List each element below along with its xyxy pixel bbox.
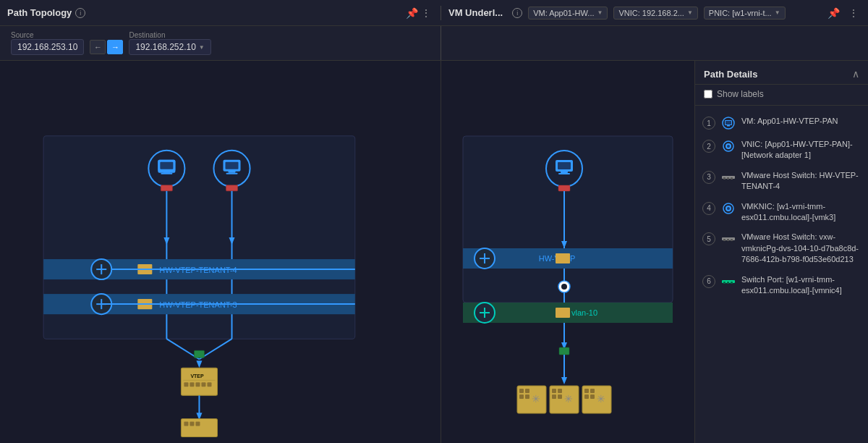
path-item-1-text: VM: App01-HW-VTEP-PAN (741, 116, 861, 127)
svg-rect-77 (559, 347, 569, 355)
banner1-label: HW-VTEP-TENANT-4 (159, 266, 237, 274)
path-item-6: 6 Switch Port: [w1-vrni-tmm-esx011.cmbu.… (695, 270, 868, 301)
more-icon-left[interactable]: ⋮ (419, 6, 433, 20)
svg-rect-16 (161, 185, 172, 191)
right-topology-svg: HW-VTEP vlan-10 (441, 61, 694, 443)
svg-point-67 (561, 284, 567, 290)
svg-rect-118 (727, 282, 729, 284)
banner2-label: HW-VTEP-TENANT-3 (159, 300, 237, 309)
svg-rect-55 (558, 162, 571, 169)
nav-back-btn[interactable]: ← (90, 40, 106, 54)
svg-rect-96 (590, 395, 595, 399)
source-dest-bar: Source 192.168.253.10 ← → Destination 19… (0, 26, 441, 60)
top-bar: Path Topology i 📌 ⋮ VM Underl... i VM: A… (0, 0, 868, 26)
dest-group: Destination 192.168.252.10 ▼ (129, 31, 210, 55)
vm-underlay-info-icon[interactable]: i (512, 8, 522, 18)
pnic-dropdown[interactable]: PNIC: [w1-vrni-t... ▼ (704, 7, 786, 20)
path-item-5-num: 5 (702, 232, 715, 245)
vm-dropdown-chevron: ▼ (597, 9, 603, 16)
svg-rect-113 (723, 239, 726, 241)
svg-rect-81 (519, 389, 524, 393)
svg-rect-84 (525, 395, 529, 399)
svg-rect-115 (731, 239, 733, 241)
svg-rect-56 (561, 171, 568, 173)
pin-icon-right[interactable]: 📌 (826, 6, 841, 20)
path-item-2-text: VNIC: [App01-HW-VTEP-PAN]-[Network adapt… (741, 139, 861, 161)
svg-rect-94 (590, 389, 595, 393)
path-item-4-text: VMKNIC: [w1-vrni-tmm-esx011.cmbu.local]-… (741, 201, 861, 224)
path-item-4-num: 4 (702, 202, 715, 215)
path-topology-title: Path Topology (7, 7, 72, 18)
nav-buttons: ← → (90, 40, 123, 54)
path-item-2: 2 VNIC: [App01-HW-VTEP-PAN]-[Network ada… (695, 135, 868, 166)
path-item-3-icon (721, 170, 736, 185)
svg-rect-42 (190, 382, 194, 387)
dest-chevron: ▼ (199, 44, 205, 51)
right-header-space (441, 26, 868, 60)
vm-dropdown[interactable]: VM: App01-HW... ▼ (528, 7, 608, 20)
svg-rect-44 (201, 382, 205, 387)
path-item-2-num: 2 (702, 140, 715, 153)
path-item-6-num: 6 (702, 275, 715, 288)
show-labels-checkbox[interactable] (704, 90, 712, 98)
right-topology-canvas: HW-VTEP vlan-10 (441, 61, 694, 443)
svg-rect-82 (525, 389, 529, 393)
source-group: Source 192.168.253.10 (11, 31, 84, 55)
svg-rect-38 (181, 368, 217, 395)
svg-point-104 (727, 145, 730, 148)
vnic-dropdown[interactable]: VNIC: 192.168.2... ▼ (613, 7, 697, 20)
vm-underlay-title: VM Underl... (448, 7, 503, 18)
path-item-3-num: 3 (702, 171, 715, 184)
path-details-panel: Path Details ∧ Show labels 1 (694, 61, 868, 443)
svg-rect-51 (195, 421, 200, 426)
show-labels-label: Show labels (717, 89, 764, 99)
svg-text:✳: ✳ (564, 393, 573, 405)
path-item-5-icon (721, 232, 736, 246)
svg-rect-90 (558, 395, 562, 399)
svg-rect-88 (558, 389, 562, 393)
vnic-dropdown-chevron: ▼ (687, 9, 693, 16)
svg-marker-37 (196, 360, 202, 368)
svg-rect-57 (558, 173, 570, 174)
path-details-header: Path Details ∧ (695, 61, 868, 85)
svg-text:✳: ✳ (532, 393, 540, 405)
left-panel-header: Path Topology i 📌 ⋮ (0, 6, 441, 20)
svg-rect-49 (184, 421, 188, 426)
svg-rect-8 (160, 162, 173, 169)
more-icon-right[interactable]: ⋮ (846, 6, 861, 20)
svg-rect-14 (229, 171, 236, 173)
svg-rect-10 (161, 173, 172, 174)
path-item-3-text: VMware Host Switch: HW-VTEP-TENANT-4 (741, 170, 861, 193)
svg-rect-119 (731, 282, 733, 284)
svg-rect-87 (552, 389, 556, 393)
svg-rect-48 (181, 418, 217, 436)
svg-rect-89 (552, 395, 556, 399)
path-item-4-icon (721, 201, 736, 216)
svg-rect-45 (207, 382, 211, 387)
path-details-title: Path Details (704, 69, 852, 80)
svg-rect-114 (727, 239, 729, 241)
path-item-2-icon (721, 139, 736, 153)
pin-icon-left[interactable]: 📌 (404, 6, 419, 20)
svg-text:VTEP: VTEP (190, 374, 204, 379)
svg-rect-117 (723, 282, 726, 284)
path-item-4: 4 VMKNIC: [w1-vrni-tmm-esx011.cmbu.local… (695, 197, 868, 228)
svg-rect-106 (723, 177, 726, 180)
collapse-btn[interactable]: ∧ (852, 68, 859, 80)
path-topology-info-icon[interactable]: i (75, 8, 85, 18)
svg-rect-95 (584, 395, 589, 399)
svg-rect-83 (519, 395, 524, 399)
pnic-dropdown-chevron: ▼ (775, 9, 780, 16)
svg-rect-100 (726, 121, 731, 125)
show-labels-row: Show labels (695, 85, 868, 106)
right-panel-header: VM Underl... i VM: App01-HW... ▼ VNIC: 1… (441, 6, 868, 20)
svg-rect-71 (556, 308, 570, 318)
nav-fwd-btn[interactable]: → (107, 40, 123, 54)
svg-rect-58 (558, 185, 570, 191)
path-item-5: 5 VMware Host Switch: vxw-vmknicPg-dvs-1… (695, 227, 868, 269)
svg-rect-43 (195, 382, 200, 387)
svg-rect-50 (190, 421, 194, 426)
dest-input[interactable]: 192.168.252.10 ▼ (129, 39, 210, 55)
svg-rect-107 (727, 177, 729, 180)
svg-rect-108 (731, 177, 733, 180)
